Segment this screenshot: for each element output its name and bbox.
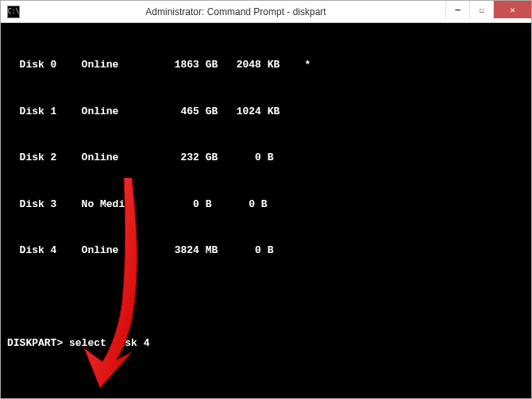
disk-row: Disk 4 Online 3824 MB 0 B [7, 243, 525, 259]
titlebar[interactable]: C:\ Administrator: Command Prompt - disk… [1, 1, 531, 23]
command-prompt-window: C:\ Administrator: Command Prompt - disk… [0, 0, 532, 399]
disk-row: Disk 0 Online 1863 GB 2048 KB * [7, 57, 525, 73]
close-button[interactable]: ✕ [493, 1, 531, 18]
disk-row: Disk 3 No Media 0 B 0 B [7, 197, 525, 213]
minimize-button[interactable]: — [445, 1, 469, 18]
window-controls: — ☐ ✕ [445, 1, 531, 18]
disk-row: Disk 2 Online 232 GB 0 B [7, 150, 525, 166]
cmd-icon: C:\ [7, 6, 20, 18]
prompt-line: DISKPART> select disk 4 [7, 336, 525, 351]
maximize-button[interactable]: ☐ [469, 1, 493, 18]
terminal-output[interactable]: Disk 0 Online 1863 GB 2048 KB * Disk 1 O… [1, 23, 531, 398]
disk-row: Disk 1 Online 465 GB 1024 KB [7, 104, 525, 120]
blank-line [7, 290, 525, 305]
